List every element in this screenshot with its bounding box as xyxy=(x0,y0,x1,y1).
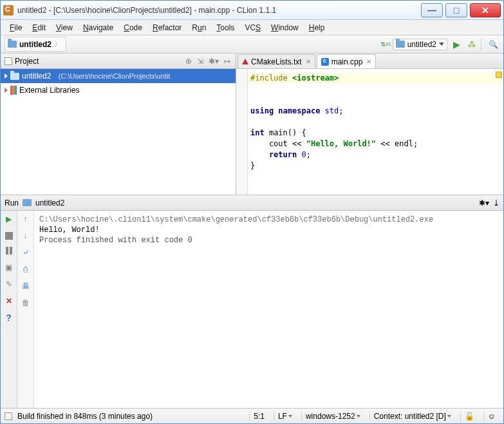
menu-help[interactable]: Help xyxy=(305,22,329,34)
run-config-selector[interactable]: untitled2 xyxy=(393,39,447,50)
menu-tools[interactable]: Tools xyxy=(212,22,238,34)
code-text: "Hello, World!" xyxy=(306,139,376,148)
tree-root[interactable]: untitled2 (C:\Users\hocine\ClionProjects… xyxy=(1,69,236,83)
run-button[interactable]: ▶ xyxy=(450,38,463,51)
code-text: using xyxy=(250,106,278,115)
window-title: untitled2 - [C:\Users\hocine\ClionProjec… xyxy=(17,6,418,15)
menu-window[interactable]: Window xyxy=(267,22,303,34)
tab-label: CMakeLists.txt xyxy=(251,57,302,66)
close-tab-icon[interactable]: ✕ xyxy=(306,58,311,65)
maximize-button[interactable]: □ xyxy=(445,3,467,17)
console-line: Hello, World! xyxy=(39,225,498,235)
search-button[interactable]: 🔍 xyxy=(487,38,499,51)
panel-icon[interactable] xyxy=(5,57,12,65)
run-header-label: Run xyxy=(5,198,19,207)
menu-file[interactable]: File xyxy=(6,22,26,34)
tab-main-cpp[interactable]: main.cpp ✕ xyxy=(317,54,377,68)
collapse-icon[interactable]: ⇲ xyxy=(196,57,205,66)
locate-icon[interactable]: ⊕ xyxy=(184,57,193,66)
run-tool-window: Run untitled2 ✱▾ ⤓ ▶ ▣ ✎ ✕ ? ↑ ↓ ⤶ ⎙ 🖶 xyxy=(1,195,503,408)
folder-icon xyxy=(396,41,405,48)
menu-refactor[interactable]: Refactor xyxy=(149,22,185,34)
run-settings-icon[interactable]: ✱▾ xyxy=(479,198,489,207)
code-text: main() { xyxy=(269,128,306,137)
tab-cmakelists[interactable]: CMakeLists.txt ✕ xyxy=(238,54,315,68)
status-encoding[interactable]: windows-1252 xyxy=(301,412,364,421)
project-panel: Project ⊕ ⇲ ✱▾ ↦ untitled2 (C:\Users\hoc… xyxy=(1,53,236,195)
tree-root-label: untitled2 xyxy=(22,72,51,81)
status-lock-icon[interactable]: 🔓 xyxy=(460,412,478,421)
sync-icon[interactable]: ⇅01 xyxy=(380,38,393,51)
expand-icon[interactable] xyxy=(5,88,8,93)
run-target-label: untitled2 xyxy=(35,198,64,207)
code-text: #include xyxy=(250,73,292,82)
code-text: 0 xyxy=(301,150,306,159)
close-run-button[interactable]: ✕ xyxy=(3,295,15,307)
code-text: namespace xyxy=(278,106,324,115)
menu-vcs[interactable]: VCS xyxy=(241,22,265,34)
run-config-label: untitled2 xyxy=(407,40,436,49)
pause-button[interactable] xyxy=(3,245,15,256)
exit-button[interactable]: ▣ xyxy=(3,262,15,273)
code-text: } xyxy=(250,161,255,170)
debug-button[interactable]: ⁂ xyxy=(465,38,478,51)
run-toolbar-right: ↑ ↓ ⤶ ⎙ 🖶 🗑 xyxy=(17,211,34,408)
code-editor[interactable]: #include <iostream> using namespace std;… xyxy=(236,69,503,195)
cpp-icon xyxy=(321,58,329,66)
stop-button[interactable] xyxy=(5,232,13,240)
down-button[interactable]: ↓ xyxy=(20,230,32,242)
status-icon[interactable] xyxy=(5,412,12,420)
code-text: << endl; xyxy=(376,139,418,148)
expand-icon[interactable] xyxy=(5,73,8,79)
library-icon xyxy=(10,86,17,95)
help-button[interactable]: ? xyxy=(3,312,15,323)
project-panel-header: Project ⊕ ⇲ ✱▾ ↦ xyxy=(1,53,236,69)
folder-icon xyxy=(23,199,32,206)
nav-toolbar: untitled2 〉 ⇅01 untitled2 ▶ ⁂ 🔍 xyxy=(1,35,503,53)
chevron-down-icon xyxy=(439,43,444,46)
run-hide-icon[interactable]: ⤓ xyxy=(493,198,499,207)
tree-root-path: (C:\Users\hocine\ClionProjects\untit xyxy=(59,72,171,80)
close-tab-icon[interactable]: ✕ xyxy=(366,58,371,65)
breadcrumb-label: untitled2 xyxy=(19,40,51,49)
run-header: Run untitled2 ✱▾ ⤓ xyxy=(1,195,503,211)
warning-indicator[interactable] xyxy=(496,72,502,78)
dump-button[interactable]: ✎ xyxy=(3,278,15,290)
menu-navigate[interactable]: Navigate xyxy=(79,22,117,34)
breadcrumb[interactable]: untitled2 〉 xyxy=(5,37,66,52)
folder-icon xyxy=(10,73,19,80)
minimize-button[interactable]: — xyxy=(421,3,443,17)
code-text: <iostream> xyxy=(292,73,339,82)
code-text: ; xyxy=(306,150,311,159)
status-line-separator[interactable]: LF xyxy=(274,412,296,421)
print-button[interactable]: 🖶 xyxy=(20,280,32,292)
project-panel-title: Project xyxy=(15,57,182,66)
menu-run[interactable]: Run xyxy=(188,22,210,34)
clear-button[interactable]: 🗑 xyxy=(20,297,32,309)
cmake-icon xyxy=(242,59,248,64)
tree-external-libs[interactable]: External Libraries xyxy=(1,83,236,97)
editor-tabs: CMakeLists.txt ✕ main.cpp ✕ xyxy=(236,53,503,69)
console-line: Process finished with exit code 0 xyxy=(39,235,498,246)
menu-bar: File Edit View Navigate Code Refactor Ru… xyxy=(1,20,503,35)
code-text: cout << xyxy=(250,139,306,148)
menu-edit[interactable]: Edit xyxy=(28,22,50,34)
soft-wrap-button[interactable]: ⤶ xyxy=(20,247,32,258)
scroll-end-button[interactable]: ⎙ xyxy=(20,264,32,275)
console-output[interactable]: C:\Users\hocine\.clion11\system\cmake\ge… xyxy=(34,211,503,408)
settings-icon[interactable]: ✱▾ xyxy=(207,57,220,66)
menu-view[interactable]: View xyxy=(52,22,77,34)
code-text: return xyxy=(250,150,301,159)
hide-panel-icon[interactable]: ↦ xyxy=(223,57,232,66)
status-position[interactable]: 5:1 xyxy=(249,412,268,421)
menu-code[interactable]: Code xyxy=(120,22,146,34)
status-hector-icon[interactable]: ☺ xyxy=(483,412,499,421)
rerun-button[interactable]: ▶ xyxy=(3,213,15,225)
up-button[interactable]: ↑ xyxy=(20,213,32,225)
close-button[interactable]: ✕ xyxy=(470,3,501,17)
status-bar: Build finished in 848ms (3 minutes ago) … xyxy=(1,408,503,423)
editor-gutter xyxy=(236,69,248,195)
status-context[interactable]: Context: untitled2 [D] xyxy=(369,412,455,421)
folder-icon xyxy=(8,41,17,48)
title-bar: untitled2 - [C:\Users\hocine\ClionProjec… xyxy=(1,1,503,20)
